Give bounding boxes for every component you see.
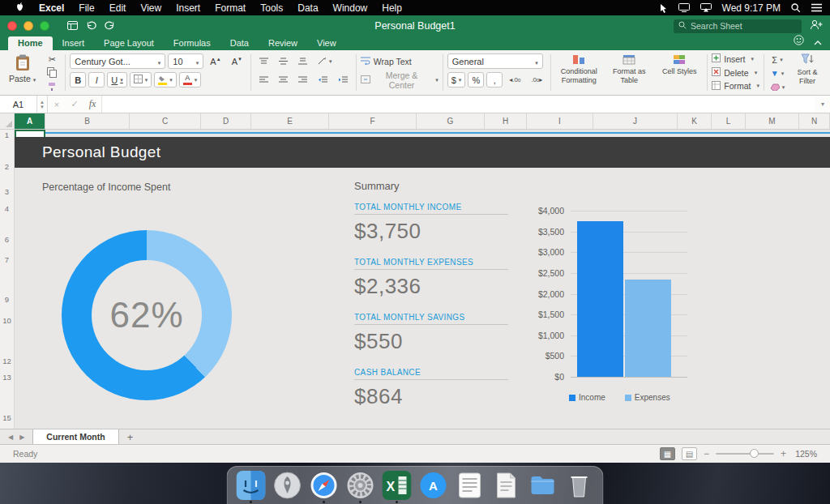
- notification-center-icon[interactable]: [811, 3, 822, 12]
- column-header-l[interactable]: L: [712, 113, 746, 129]
- column-header-a[interactable]: A: [15, 113, 45, 129]
- conditional-formatting-button[interactable]: Conditional Formatting: [555, 53, 602, 84]
- column-header-j[interactable]: J: [593, 113, 678, 129]
- cut-button[interactable]: ✂: [43, 53, 61, 66]
- select-all-corner[interactable]: [0, 113, 15, 129]
- column-header-f[interactable]: F: [329, 113, 417, 129]
- comma-style-button[interactable]: ,: [486, 72, 503, 88]
- minimize-window-button[interactable]: [24, 21, 33, 31]
- decrease-font-size-button[interactable]: A▼: [228, 53, 246, 69]
- pointer-icon[interactable]: [660, 3, 668, 13]
- decrease-indent-button[interactable]: [314, 72, 332, 88]
- confirm-entry-button[interactable]: ✓: [66, 96, 83, 113]
- align-middle-button[interactable]: [275, 53, 292, 69]
- row-header[interactable]: 15: [0, 413, 14, 422]
- menu-clock[interactable]: Wed 9:17 PM: [722, 2, 781, 14]
- tab-view[interactable]: View: [307, 36, 346, 50]
- zoom-out-button[interactable]: −: [704, 448, 709, 459]
- feedback-smiley-icon[interactable]: [794, 34, 804, 49]
- sheet-tab-current-month[interactable]: Current Month: [32, 429, 118, 444]
- autosum-button[interactable]: Σ: [768, 53, 786, 66]
- number-format-select[interactable]: General: [447, 53, 543, 69]
- summary-panel[interactable]: Summary TOTAL MONTHLY INCOME $3,750 TOTA…: [354, 180, 508, 423]
- normal-view-button[interactable]: ▦: [660, 447, 675, 460]
- insert-function-button[interactable]: fx: [83, 96, 101, 113]
- row-header[interactable]: 3: [0, 187, 14, 196]
- underline-button[interactable]: U: [107, 72, 126, 88]
- currency-style-button[interactable]: $: [447, 72, 466, 88]
- zoom-window-button[interactable]: [40, 21, 49, 31]
- bar[interactable]: [577, 221, 623, 377]
- app-store-icon[interactable]: A: [419, 471, 448, 500]
- percent-style-button[interactable]: %: [468, 72, 484, 88]
- tab-review[interactable]: Review: [259, 36, 307, 50]
- row-header[interactable]: 2: [0, 162, 14, 171]
- delete-cells-button[interactable]: Delete: [712, 67, 759, 79]
- align-center-button[interactable]: [275, 72, 292, 88]
- formula-bar-expand-icon[interactable]: ▾: [815, 100, 830, 108]
- system-preferences-icon[interactable]: [346, 471, 375, 500]
- sort-filter-button[interactable]: Sort & Filter: [789, 53, 825, 85]
- finder-icon[interactable]: [237, 471, 266, 500]
- apple-menu[interactable]: [8, 2, 32, 15]
- column-header-i[interactable]: I: [527, 113, 593, 129]
- menu-item-tools[interactable]: Tools: [253, 2, 290, 14]
- tab-data[interactable]: Data: [220, 36, 259, 50]
- increase-font-size-button[interactable]: A▲: [206, 53, 225, 69]
- redo-button[interactable]: [105, 19, 115, 33]
- row-header[interactable]: 13: [0, 373, 14, 382]
- wrap-text-button[interactable]: Wrap Text: [361, 53, 439, 69]
- align-top-button[interactable]: [255, 53, 272, 69]
- decrease-decimal-button[interactable]: .00▸: [527, 74, 546, 86]
- safari-icon[interactable]: [310, 471, 339, 500]
- increase-indent-button[interactable]: [334, 72, 352, 88]
- menu-item-help[interactable]: Help: [374, 2, 409, 14]
- row-header[interactable]: 6: [0, 235, 14, 244]
- previous-sheet-button[interactable]: ◀: [8, 434, 13, 441]
- column-header-m[interactable]: M: [746, 113, 799, 129]
- name-box-stepper[interactable]: ▲▼: [37, 96, 48, 113]
- column-header-g[interactable]: G: [417, 113, 485, 129]
- zoom-slider[interactable]: [716, 449, 774, 459]
- bold-button[interactable]: B: [70, 72, 86, 88]
- add-sheet-button[interactable]: +: [119, 429, 142, 444]
- row-header[interactable]: 9: [0, 295, 14, 304]
- tab-home[interactable]: Home: [8, 36, 53, 50]
- close-window-button[interactable]: [7, 21, 17, 31]
- menu-item-view[interactable]: View: [133, 2, 169, 14]
- menu-item-file[interactable]: File: [71, 2, 101, 14]
- format-painter-button[interactable]: [43, 81, 61, 93]
- font-size-select[interactable]: 10: [168, 53, 203, 69]
- copy-button[interactable]: [43, 67, 61, 79]
- textedit-icon[interactable]: [456, 471, 485, 500]
- borders-button[interactable]: [130, 72, 152, 88]
- font-name-select[interactable]: Century Got...: [70, 53, 165, 69]
- align-bottom-button[interactable]: [294, 53, 311, 69]
- menu-item-edit[interactable]: Edit: [102, 2, 134, 14]
- formula-input[interactable]: [101, 96, 815, 113]
- fill-color-button[interactable]: [154, 72, 177, 88]
- align-left-button[interactable]: [255, 72, 272, 88]
- column-header-h[interactable]: H: [485, 113, 527, 129]
- downloads-folder-icon[interactable]: [528, 471, 558, 500]
- align-right-button[interactable]: [294, 72, 311, 88]
- spotlight-search-icon[interactable]: [791, 3, 801, 13]
- name-box[interactable]: A1: [0, 96, 37, 113]
- row-header[interactable]: 4: [0, 204, 14, 213]
- display-icon[interactable]: [678, 3, 690, 12]
- font-color-button[interactable]: A: [179, 72, 202, 88]
- bar[interactable]: [625, 280, 671, 377]
- documents-icon[interactable]: [492, 471, 521, 500]
- zoom-in-button[interactable]: +: [781, 448, 786, 459]
- column-header-n[interactable]: N: [799, 113, 830, 129]
- row-header[interactable]: 12: [0, 357, 14, 365]
- cell-styles-button[interactable]: Cell Styles: [656, 53, 703, 76]
- tab-page-layout[interactable]: Page Layout: [94, 36, 164, 50]
- format-cells-button[interactable]: Format: [712, 80, 759, 92]
- text-orientation-button[interactable]: [314, 53, 336, 69]
- trash-icon[interactable]: [565, 471, 594, 500]
- column-header-d[interactable]: D: [201, 113, 251, 129]
- page-layout-view-button[interactable]: ▤: [682, 447, 697, 460]
- clear-button[interactable]: [768, 81, 786, 93]
- search-sheet-field[interactable]: Search Sheet: [674, 19, 802, 33]
